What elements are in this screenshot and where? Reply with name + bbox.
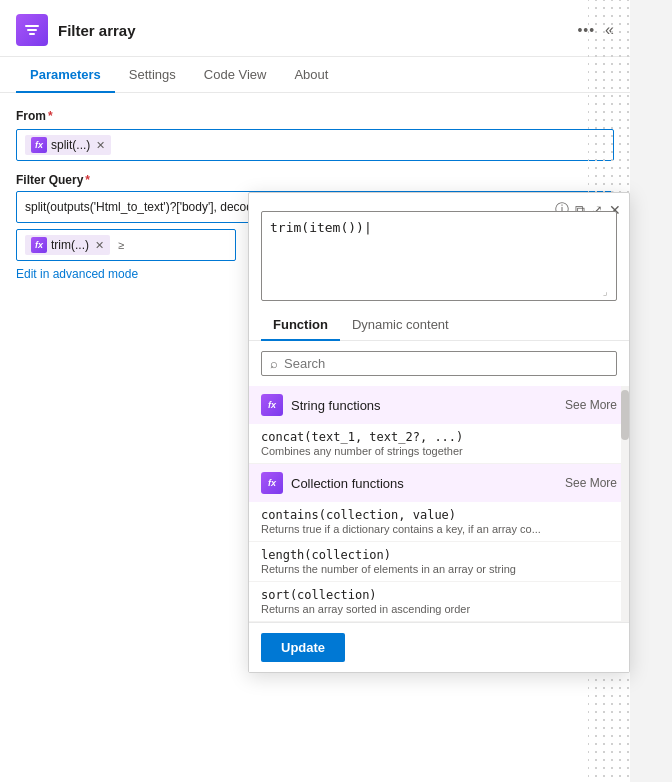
filter-query-label: Filter Query* xyxy=(16,173,614,187)
contains-function-item[interactable]: contains(collection, value) Returns true… xyxy=(249,502,629,542)
string-see-more[interactable]: See More xyxy=(565,398,617,412)
concat-function-name: concat(text_1, text_2?, ...) xyxy=(261,430,617,444)
popup-tab-dynamic[interactable]: Dynamic content xyxy=(340,309,461,340)
concat-function-desc: Combines any number of strings together xyxy=(261,445,617,457)
panel-icon xyxy=(16,14,48,46)
length-function-desc: Returns the number of elements in an arr… xyxy=(261,563,617,575)
svg-rect-1 xyxy=(27,29,37,31)
filter-token-text: trim(...) xyxy=(51,238,89,252)
sort-function-desc: Returns an array sorted in ascending ord… xyxy=(261,603,617,615)
from-token-icon: fx xyxy=(31,137,47,153)
filter-query-token-bar[interactable]: fx trim(...) ✕ ≥ xyxy=(16,229,236,261)
from-label: From* xyxy=(16,109,614,123)
cursor: | xyxy=(364,220,372,235)
scrollbar-track[interactable] xyxy=(621,386,629,622)
search-input[interactable] xyxy=(284,356,608,371)
functions-list[interactable]: fx String functions See More concat(text… xyxy=(249,386,629,622)
contains-function-name: contains(collection, value) xyxy=(261,508,617,522)
sort-function-name: sort(collection) xyxy=(261,588,617,602)
scrollbar-thumb[interactable] xyxy=(621,390,629,440)
string-functions-header: fx String functions See More xyxy=(249,386,629,424)
length-function-name: length(collection) xyxy=(261,548,617,562)
filter-token-icon: fx xyxy=(31,237,47,253)
from-token-text: split(...) xyxy=(51,138,90,152)
edit-advanced-link[interactable]: Edit in advanced mode xyxy=(16,267,138,281)
search-box[interactable]: ⌕ xyxy=(261,351,617,376)
resize-handle[interactable]: ⌟ xyxy=(602,286,614,298)
svg-rect-2 xyxy=(29,33,35,35)
nav-tabs: Parameters Settings Code View About xyxy=(0,57,630,93)
string-category-icon: fx xyxy=(261,394,283,416)
length-function-item[interactable]: length(collection) Returns the number of… xyxy=(249,542,629,582)
collection-see-more[interactable]: See More xyxy=(565,476,617,490)
contains-function-desc: Returns true if a dictionary contains a … xyxy=(261,523,617,535)
panel-header: Filter array ••• « xyxy=(0,0,630,57)
expression-popup: ⓘ ⧉ ⤢ ✕ trim(item())| ⌟ Function Dynamic… xyxy=(248,192,630,673)
expression-value: trim(item()) xyxy=(270,220,364,235)
tab-about[interactable]: About xyxy=(280,57,342,92)
svg-rect-0 xyxy=(25,25,39,27)
tab-codeview[interactable]: Code View xyxy=(190,57,281,92)
collection-functions-header: fx Collection functions See More xyxy=(249,464,629,502)
concat-function-item[interactable]: concat(text_1, text_2?, ...) Combines an… xyxy=(249,424,629,464)
filter-icon xyxy=(24,22,40,38)
filter-token-close[interactable]: ✕ xyxy=(95,239,104,252)
popup-tab-function[interactable]: Function xyxy=(261,309,340,340)
expression-editor[interactable]: trim(item())| ⌟ xyxy=(261,211,617,301)
from-token-close[interactable]: ✕ xyxy=(96,139,105,152)
filter-token: fx trim(...) ✕ xyxy=(25,235,110,255)
panel-title: Filter array xyxy=(58,22,577,39)
popup-header: ⓘ ⧉ ⤢ ✕ xyxy=(249,193,629,203)
string-category-title: String functions xyxy=(291,398,557,413)
tab-parameters[interactable]: Parameters xyxy=(16,57,115,92)
update-button[interactable]: Update xyxy=(261,633,345,662)
sort-function-item[interactable]: sort(collection) Returns an array sorted… xyxy=(249,582,629,622)
collection-category-icon: fx xyxy=(261,472,283,494)
from-input[interactable]: fx split(...) ✕ xyxy=(16,129,614,161)
operator-hint: ≥ xyxy=(118,239,124,251)
from-token: fx split(...) ✕ xyxy=(25,135,111,155)
popup-tabs: Function Dynamic content xyxy=(249,309,629,341)
search-icon: ⌕ xyxy=(270,356,278,371)
popup-footer: Update xyxy=(249,622,629,672)
collection-category-title: Collection functions xyxy=(291,476,557,491)
tab-settings[interactable]: Settings xyxy=(115,57,190,92)
